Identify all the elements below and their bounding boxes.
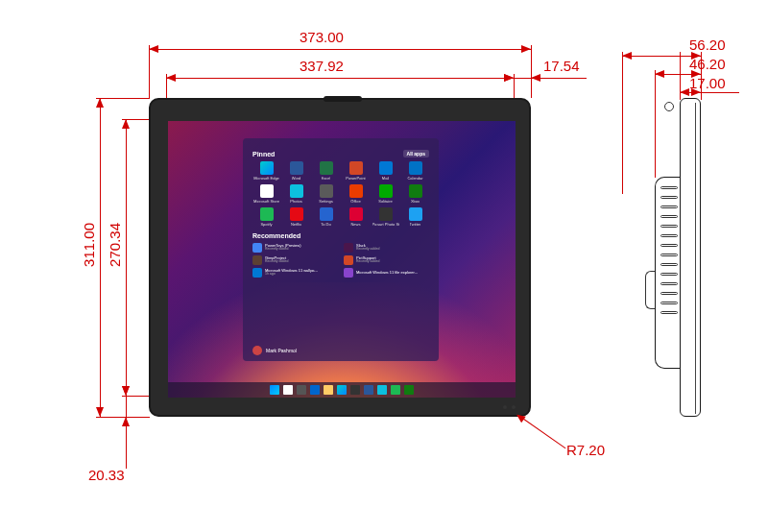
recommended-item[interactable]: PowerToys (Preview)Recently added [252,243,338,253]
ext-line [680,52,681,100]
app-icon [290,161,303,175]
ext-line [96,98,150,99]
pinned-app[interactable]: Photos [282,184,310,204]
dim-line-bezel [514,78,531,79]
app-icon [379,161,393,175]
dim-display-height: 270.34 [107,223,123,267]
pinned-app[interactable]: To Do [312,207,340,227]
app-label: Word [292,176,300,181]
app-icon [409,184,422,198]
pinned-app[interactable]: Xbox [401,184,429,204]
app-icon [379,184,393,198]
recommended-list: PowerToys (Preview)Recently addedSlackRe… [252,243,429,278]
mount-ring-icon [664,102,674,111]
side-front-face [680,98,701,417]
dim-line-display-height [126,119,127,396]
dim-line-display-width [166,78,514,79]
explorer-icon[interactable] [324,385,333,395]
ext-line [531,45,532,98]
pinned-apps-grid: Microsoft EdgeWordExcelPowerPointMailCal… [252,161,429,227]
dim-depth-total: 56.20 [689,36,726,53]
recommended-item[interactable]: GimpProjectRecently added [252,255,338,265]
app-label: Spotify [260,222,272,227]
app-icon [260,207,274,221]
recommended-item[interactable]: Microsoft Windows 11 file explorer... [344,268,429,278]
pinned-app[interactable]: Solitaire [372,184,399,204]
rec-icon [252,255,262,265]
start-icon[interactable] [270,385,279,395]
pinned-title: Pinned [252,151,275,157]
xbox-icon[interactable] [404,385,414,395]
recommended-item[interactable]: PictSupportRecently added [344,255,429,265]
ventilation-slots [657,186,680,314]
arrow-icon [680,88,689,96]
store-icon[interactable] [350,385,360,395]
dim-line-overall-height [100,98,101,417]
dim-overall-height: 311.00 [81,223,97,267]
recommended-item[interactable]: SlackRecently added [344,243,429,253]
arrow-icon [96,407,104,417]
pinned-app[interactable]: Settings [312,184,340,204]
arrow-icon [521,45,531,53]
app-icon [409,207,422,221]
pinned-app[interactable]: PowerPoint [342,161,370,181]
pinned-app[interactable]: Netflix [282,207,310,227]
windows-start-menu[interactable]: Pinned All apps Microsoft EdgeWordExcelP… [243,138,439,361]
pinned-app[interactable]: Microsoft Edge [252,161,280,181]
pinned-app[interactable]: Calendar [401,161,429,181]
pinned-app[interactable]: News [342,207,370,227]
arrow-icon [166,74,176,82]
widgets-icon[interactable] [310,385,320,395]
app-label: Microsoft Store [253,199,279,204]
app-icon [349,184,363,198]
taskview-icon[interactable] [297,385,306,395]
rec-icon [252,268,262,278]
dim-bezel-bottom: 20.33 [88,467,125,483]
rec-text: PowerToys (Preview)Recently added [265,244,301,252]
avatar [252,346,262,355]
edge-icon[interactable] [337,385,347,395]
pinned-app[interactable]: Twitter [401,207,429,227]
pinned-app[interactable]: Excel [312,161,340,181]
photos-icon[interactable] [377,385,387,395]
arrow-icon [122,386,130,396]
arrow-icon [622,52,632,60]
recommended-item[interactable]: Microsoft Windows 11 wallpa...1h ago [252,268,338,278]
all-apps-button[interactable]: All apps [403,150,429,157]
pinned-app[interactable]: Office [342,184,370,204]
arrow-icon [504,74,514,82]
app-icon [349,207,363,221]
app-label: Solitaire [378,199,392,204]
pinned-app[interactable]: Microsoft Store [252,184,280,204]
word-icon[interactable] [364,385,373,395]
rec-icon [344,268,353,278]
pinned-app[interactable]: Word [282,161,310,181]
app-icon [320,161,333,175]
ext-line [531,78,587,79]
arrow-icon [691,88,701,96]
rec-text: Microsoft Windows 11 wallpa...1h ago [265,269,318,277]
pinned-app[interactable]: Picsart Photo Studio Collage [372,207,399,227]
dim-overall-width: 373.00 [300,29,344,45]
pinned-app[interactable]: Mail [372,161,399,181]
display-screen: Pinned All apps Microsoft EdgeWordExcelP… [168,121,516,398]
dim-line-bezel-bottom [126,396,127,417]
app-icon [379,207,393,221]
taskbar[interactable] [168,382,516,398]
app-icon [320,207,333,221]
app-label: Microsoft Edge [253,176,279,181]
user-account-row[interactable]: Mark Pashmol [252,346,297,355]
pinned-app[interactable]: Spotify [252,207,280,227]
app-icon [260,161,274,175]
app-icon [290,207,303,221]
arrow-icon [122,119,130,129]
dim-corner-radius: R7.20 [566,442,605,458]
rec-icon [344,243,353,253]
app-label: Settings [319,199,332,204]
dim-line-overall-width [149,49,531,50]
rec-icon [252,243,262,253]
search-icon[interactable] [283,385,293,395]
rec-text: Microsoft Windows 11 file explorer... [356,271,418,275]
spotify-icon[interactable] [391,385,400,395]
app-label: PowerPoint [346,176,365,181]
